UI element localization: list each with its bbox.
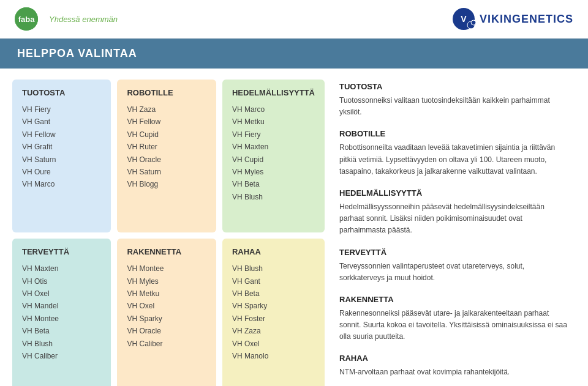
right-text-rakennetta: Rakennesonneiksi pääsevät utare- ja jalk… bbox=[339, 308, 571, 343]
right-title-terveytta: TERVEYTTÄ bbox=[339, 248, 571, 257]
card-hedelmallisyytta: HEDELMÄLLISYYTTÄ VH Marco VH Metku VH Fi… bbox=[222, 80, 325, 232]
svg-text:V: V bbox=[461, 14, 467, 24]
right-title-hedelmallisyytta: HEDELMÄLLISYYTTÄ bbox=[339, 188, 571, 198]
viking-brand-text: VIKINGENETICS bbox=[480, 13, 573, 26]
viking-name: VIKINGENETICS bbox=[480, 13, 573, 26]
card-robotille-title: ROBOTILLE bbox=[127, 88, 206, 97]
card-rakennetta: RAKENNETTA VH Montee VH Myles VH Metku V… bbox=[117, 239, 216, 386]
card-hedelmallisyytta-title: HEDELMÄLLISYYTTÄ bbox=[232, 88, 315, 97]
cards-grid: TUOTOSTA VH Fiery VH Gant VH Fellow VH G… bbox=[12, 80, 325, 386]
card-tuotosta-items: VH Fiery VH Gant VH Fellow VH Grafit VH … bbox=[22, 103, 101, 191]
title-text: HELPPOA VALINTAA bbox=[17, 47, 137, 59]
right-section-rakennetta: RAKENNETTA Rakennesonneiksi pääsevät uta… bbox=[339, 295, 571, 343]
right-section-tuotosta: TUOTOSTA Tuotossonneiksi valitaan tuotos… bbox=[339, 82, 571, 118]
right-section-terveytta: TERVEYTTÄ Terveyssonnien valintaperustee… bbox=[339, 248, 571, 284]
main-content: TUOTOSTA VH Fiery VH Gant VH Fellow VH G… bbox=[0, 69, 588, 386]
card-robotille: ROBOTILLE VH Zaza VH Fellow VH Cupid VH … bbox=[117, 80, 216, 232]
right-title-rahaa: RAHAA bbox=[339, 354, 571, 363]
right-title-robotille: ROBOTILLE bbox=[339, 129, 571, 138]
right-section-robotille: ROBOTILLE Robottisonneilta vaaditaan lev… bbox=[339, 129, 571, 177]
card-rahaa-title: RAHAA bbox=[232, 247, 315, 256]
card-rahaa: RAHAA VH Blush VH Gant VH Beta VH Sparky… bbox=[222, 239, 325, 386]
right-title-tuotosta: TUOTOSTA bbox=[339, 82, 571, 91]
svg-text:faba: faba bbox=[18, 15, 36, 24]
right-title-rakennetta: RAKENNETTA bbox=[339, 295, 571, 304]
faba-logo-icon: faba bbox=[15, 7, 38, 31]
card-rakennetta-title: RAKENNETTA bbox=[127, 247, 206, 256]
right-text-hedelmallisyytta: Hedelmällisyyssonneihin pääsevät hedelmä… bbox=[339, 201, 571, 237]
title-banner: HELPPOA VALINTAA bbox=[0, 39, 588, 69]
card-rahaa-items: VH Blush VH Gant VH Beta VH Sparky VH Fo… bbox=[232, 262, 315, 362]
right-text-rahaa: NTM-arvoltaan parhaat ovat kovimpia raha… bbox=[339, 366, 571, 378]
tagline: Yhdessä enemmän bbox=[49, 15, 118, 24]
right-text-terveytta: Terveyssonnien valintaperusteet ovat uta… bbox=[339, 261, 571, 284]
card-rakennetta-items: VH Montee VH Myles VH Metku VH Oxel VH S… bbox=[127, 262, 206, 350]
right-panel: TUOTOSTA Tuotossonneiksi valitaan tuotos… bbox=[334, 80, 576, 386]
faba-logo: faba bbox=[15, 7, 38, 31]
card-terveytta-items: VH Maxten VH Otis VH Oxel VH Mandel VH M… bbox=[22, 262, 101, 362]
right-text-robotille: Robottisonneilta vaaditaan leveää takave… bbox=[339, 142, 571, 177]
card-tuotosta-title: TUOTOSTA bbox=[22, 88, 101, 97]
card-terveytta-title: TERVEYTTÄ bbox=[22, 247, 101, 256]
right-text-tuotosta: Tuotossonneiksi valitaan tuotosindeksilt… bbox=[339, 95, 571, 118]
right-section-rahaa: RAHAA NTM-arvoltaan parhaat ovat kovimpi… bbox=[339, 354, 571, 378]
svg-point-5 bbox=[471, 20, 476, 25]
card-hedelmallisyytta-items: VH Marco VH Metku VH Fiery VH Maxten VH … bbox=[232, 103, 315, 203]
card-terveytta: TERVEYTTÄ VH Maxten VH Otis VH Oxel VH M… bbox=[12, 239, 111, 386]
viking-genetics-logo: V VIKINGENETICS bbox=[451, 8, 573, 30]
header: faba Yhdessä enemmän V VIKINGENETICS bbox=[0, 0, 588, 39]
header-left: faba Yhdessä enemmän bbox=[15, 7, 118, 31]
right-section-hedelmallisyytta: HEDELMÄLLISYYTTÄ Hedelmällisyyssonneihin… bbox=[339, 188, 571, 237]
card-tuotosta: TUOTOSTA VH Fiery VH Gant VH Fellow VH G… bbox=[12, 80, 111, 232]
card-robotille-items: VH Zaza VH Fellow VH Cupid VH Ruter VH O… bbox=[127, 103, 206, 191]
